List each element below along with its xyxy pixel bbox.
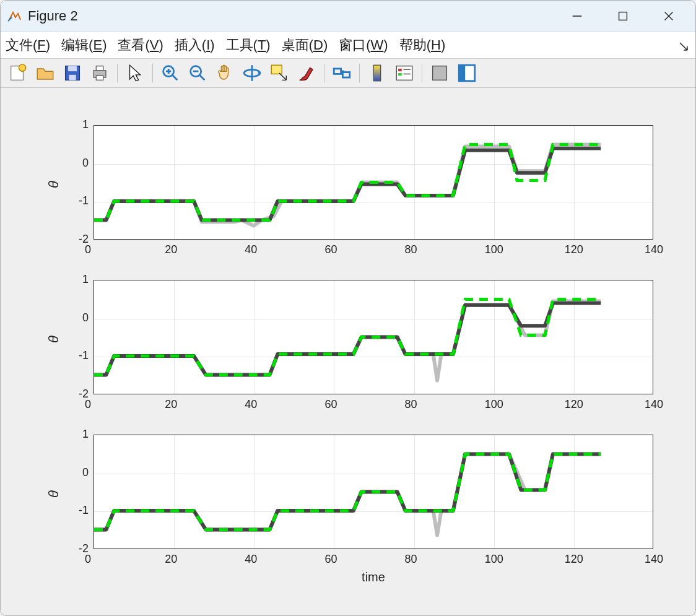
series-signal-dark xyxy=(94,149,601,220)
axes-2[interactable]: -2-101020406080100120140θ xyxy=(94,280,653,394)
xlabel: time xyxy=(94,570,653,584)
axes-1[interactable]: -2-101020406080100120140θ xyxy=(94,125,653,240)
xtick: 100 xyxy=(485,398,503,411)
svg-rect-21 xyxy=(334,69,341,74)
zoom-out-icon[interactable] xyxy=(186,62,209,84)
xtick: 120 xyxy=(565,398,583,411)
xtick: 60 xyxy=(324,243,337,256)
svg-rect-23 xyxy=(373,65,380,81)
brush-icon[interactable] xyxy=(295,62,318,84)
ylabel: θ xyxy=(46,336,62,343)
menu-edit[interactable]: 编辑(E) xyxy=(61,36,107,54)
colorbar-icon[interactable] xyxy=(366,62,388,84)
xtick: 40 xyxy=(245,553,257,566)
maximize-button[interactable] xyxy=(609,6,637,26)
series-reference xyxy=(94,144,601,220)
data-cursor-icon[interactable] xyxy=(268,62,290,84)
axes-3[interactable]: -2-101020406080100120140θ xyxy=(94,435,653,549)
svg-rect-25 xyxy=(398,69,402,71)
menu-desktop[interactable]: 桌面(D) xyxy=(282,36,328,54)
toolbar xyxy=(1,59,695,88)
svg-line-17 xyxy=(199,75,205,80)
menu-window[interactable]: 窗口(W) xyxy=(339,36,388,54)
rotate3d-icon[interactable] xyxy=(241,62,263,84)
svg-rect-1 xyxy=(619,12,627,20)
menu-file[interactable]: 文件(F) xyxy=(6,36,50,54)
open-icon[interactable] xyxy=(34,62,56,84)
xtick: 140 xyxy=(645,553,663,566)
xtick: 100 xyxy=(485,243,503,256)
pointer-icon[interactable] xyxy=(124,62,146,84)
xtick: 40 xyxy=(245,398,257,411)
ylabel: θ xyxy=(46,181,62,188)
series-signal-dark xyxy=(94,303,601,375)
xtick: 20 xyxy=(165,243,177,256)
axes-area[interactable]: -2-101020406080100120140θ-2-101020406080… xyxy=(1,88,695,615)
xtick: 0 xyxy=(85,243,91,256)
xtick: 80 xyxy=(405,398,417,411)
pan-icon[interactable] xyxy=(214,62,236,84)
ytick: 0 xyxy=(82,466,89,479)
svg-rect-22 xyxy=(342,72,349,78)
svg-rect-20 xyxy=(271,65,282,74)
xtick: 120 xyxy=(565,243,583,256)
undock-icon[interactable] xyxy=(678,40,689,56)
link-icon[interactable] xyxy=(331,62,353,84)
xtick: 60 xyxy=(324,398,337,411)
close-button[interactable] xyxy=(655,6,683,26)
ytick: -1 xyxy=(79,349,89,362)
xtick: 0 xyxy=(85,553,91,566)
xtick: 80 xyxy=(405,243,417,256)
menu-view[interactable]: 查看(V) xyxy=(118,36,163,54)
matlab-icon xyxy=(7,9,22,24)
menubar: 文件(F) 编辑(E) 查看(V) 插入(I) 工具(T) 桌面(D) 窗口(W… xyxy=(1,32,695,59)
ytick: 1 xyxy=(82,428,89,441)
ytick: -1 xyxy=(79,504,89,517)
series-signal-light xyxy=(94,454,601,535)
ytick: -1 xyxy=(79,194,89,207)
save-icon[interactable] xyxy=(61,62,84,84)
ylabel: θ xyxy=(46,490,62,498)
ytick: 0 xyxy=(82,311,89,324)
series-signal-light xyxy=(94,144,601,225)
xtick: 20 xyxy=(165,398,177,411)
series-signal-light xyxy=(94,301,601,381)
legend-icon[interactable] xyxy=(393,62,415,84)
zoom-in-icon[interactable] xyxy=(159,62,181,84)
svg-rect-10 xyxy=(96,66,103,71)
series-signal-dark xyxy=(94,454,601,529)
svg-rect-31 xyxy=(459,65,465,81)
menu-insert[interactable]: 插入(I) xyxy=(175,36,215,54)
dock-icon[interactable] xyxy=(456,62,478,84)
xtick: 140 xyxy=(645,243,663,256)
xtick: 40 xyxy=(245,243,257,256)
xtick: 20 xyxy=(165,553,177,566)
menu-help[interactable]: 帮助(H) xyxy=(399,36,446,54)
series-reference xyxy=(94,454,601,529)
svg-rect-26 xyxy=(398,73,402,76)
series-reference xyxy=(94,299,601,375)
svg-line-13 xyxy=(172,75,178,80)
window-controls xyxy=(563,6,683,26)
xtick: 120 xyxy=(565,553,583,566)
window-title: Figure 2 xyxy=(28,8,563,24)
ytick: 0 xyxy=(82,157,89,170)
xtick: 0 xyxy=(85,398,91,411)
print-icon[interactable] xyxy=(89,62,111,84)
new-figure-icon[interactable] xyxy=(7,62,29,84)
xtick: 80 xyxy=(405,553,417,566)
xtick: 140 xyxy=(645,398,663,411)
hide-plot-tools-icon[interactable] xyxy=(428,62,451,84)
minimize-button[interactable] xyxy=(563,6,591,26)
svg-rect-29 xyxy=(433,66,447,80)
xtick: 100 xyxy=(485,553,503,566)
svg-rect-7 xyxy=(68,66,77,72)
svg-point-5 xyxy=(19,64,25,71)
svg-rect-8 xyxy=(69,75,76,80)
xtick: 60 xyxy=(324,553,337,566)
ytick: 1 xyxy=(82,273,89,286)
menu-tools[interactable]: 工具(T) xyxy=(226,36,271,54)
ytick: 1 xyxy=(82,118,89,131)
titlebar[interactable]: Figure 2 xyxy=(1,1,695,32)
figure-window: Figure 2 文件(F) 编辑(E) 查看(V) 插入(I) 工具(T) 桌… xyxy=(0,0,696,616)
